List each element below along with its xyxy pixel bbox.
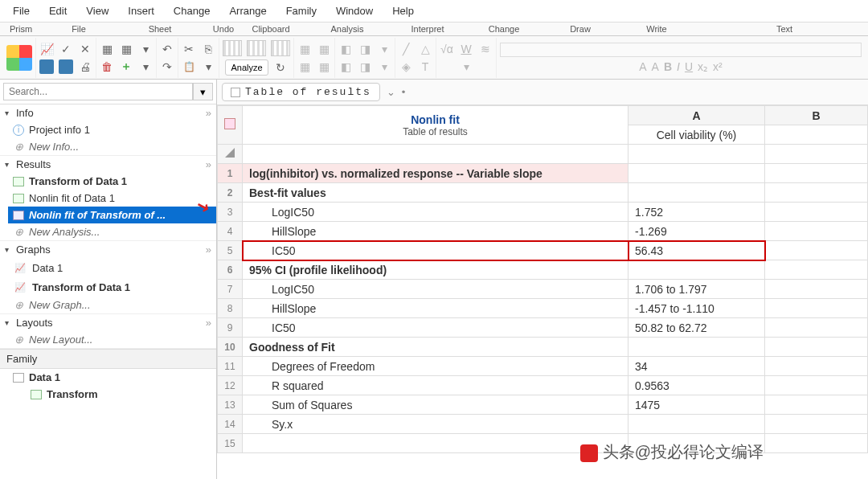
value-cell-a[interactable]: -1.269 — [628, 222, 765, 241]
superscript-button[interactable]: x² — [713, 60, 723, 73]
row-index[interactable]: 14 — [218, 415, 243, 434]
family-item-data1[interactable]: Data 1 — [8, 369, 216, 386]
change6-icon[interactable]: ▾ — [377, 59, 391, 74]
value-cell-a[interactable]: 1.752 — [628, 203, 765, 222]
subscript-button[interactable]: x₂ — [698, 60, 708, 73]
column-a-header[interactable]: A — [628, 106, 765, 125]
draw-pick-icon[interactable]: ◈ — [399, 59, 413, 74]
value-cell-a[interactable] — [628, 183, 765, 203]
value-cell-a[interactable]: 1.706 to 1.797 — [628, 280, 765, 299]
value-cell-b[interactable] — [765, 376, 868, 395]
row-index[interactable]: 13 — [218, 395, 243, 415]
section-graphs-header[interactable]: ▾ Graphs » — [0, 241, 216, 258]
row-index[interactable]: 9 — [218, 318, 243, 338]
row-index[interactable]: 12 — [218, 376, 243, 395]
draw-shape-icon[interactable]: △ — [418, 42, 432, 56]
value-cell-b[interactable] — [765, 280, 868, 299]
new-sheet2-icon[interactable]: ▦ — [119, 42, 133, 56]
delete-icon[interactable]: 🗑 — [100, 59, 114, 74]
sidebar-item-project-info[interactable]: iProject info 1 — [8, 121, 216, 138]
save-icon[interactable] — [39, 59, 54, 74]
value-cell-b[interactable] — [765, 318, 868, 338]
param-cell[interactable]: HillSlope — [243, 299, 628, 318]
table-corner-icon[interactable] — [218, 106, 243, 145]
param-cell[interactable]: Best-fit values — [243, 183, 628, 203]
analysis-refresh-icon[interactable]: ↻ — [273, 60, 288, 75]
results-grid[interactable]: Nonlin fit Table of results A B Cell via… — [217, 105, 868, 479]
value-cell-b[interactable] — [765, 434, 868, 453]
value-cell-a[interactable]: 0.9563 — [628, 376, 765, 395]
param-cell[interactable]: Sy.x — [243, 415, 628, 434]
section-results-header[interactable]: ▾ Results » — [0, 156, 216, 173]
row-index[interactable]: 15 — [218, 434, 243, 453]
value-cell-b[interactable] — [765, 164, 868, 183]
param-cell[interactable]: LogIC50 — [243, 203, 628, 222]
undo-icon[interactable] — [160, 42, 174, 56]
clipboard-more-icon[interactable]: ▾ — [201, 59, 215, 74]
new-sheet1-icon[interactable]: ▦ — [100, 42, 114, 56]
change1-icon[interactable]: ◧ — [338, 42, 353, 56]
section-more-icon[interactable]: » — [206, 244, 211, 256]
value-cell-b[interactable] — [765, 357, 868, 376]
value-cell-b[interactable] — [765, 203, 868, 222]
select-all-corner[interactable] — [218, 145, 243, 164]
row-index[interactable]: 4 — [218, 222, 243, 241]
change5-icon[interactable]: ◨ — [358, 59, 372, 74]
sidebar-item-nonlin-fit-transform[interactable]: Nonlin fit of Transform of ... ↘ — [8, 207, 216, 223]
value-cell-b[interactable] — [765, 222, 868, 241]
column-b-header[interactable]: B — [765, 106, 868, 125]
section-layouts-header[interactable]: ▾ Layouts » — [0, 314, 216, 331]
sqrt-icon[interactable]: √α — [440, 42, 454, 56]
sidebar-item-transform-data1[interactable]: Transform of Data 1 — [8, 173, 216, 190]
value-cell-b[interactable] — [765, 338, 868, 357]
param-cell[interactable]: R squared — [243, 376, 628, 395]
param-cell[interactable]: IC50 — [243, 318, 628, 338]
row-index[interactable]: 11 — [218, 357, 243, 376]
value-cell-a[interactable] — [628, 260, 765, 280]
row-index[interactable]: 1 — [218, 164, 243, 183]
cell[interactable] — [628, 145, 765, 164]
interpret4-icon[interactable]: ▦ — [317, 59, 331, 74]
copy-icon[interactable] — [201, 42, 215, 56]
chart-type2-icon[interactable] — [247, 40, 266, 56]
sidebar-item-nonlin-fit-data1[interactable]: Nonlin fit of Data 1 — [8, 190, 216, 207]
sheet-dropdown-icon[interactable]: ▾ — [138, 42, 153, 56]
font-selector[interactable] — [500, 43, 862, 57]
cut-icon[interactable] — [182, 42, 196, 56]
param-cell[interactable]: Degrees of Freedom — [243, 357, 628, 376]
value-cell-b[interactable] — [765, 395, 868, 415]
change3-icon[interactable]: ▾ — [377, 42, 391, 56]
open-plot-icon[interactable]: 📈 — [39, 42, 54, 56]
redo-icon[interactable] — [160, 59, 174, 74]
menu-view[interactable]: View — [76, 2, 118, 20]
value-cell-b[interactable] — [765, 299, 868, 318]
value-cell-b[interactable] — [765, 241, 868, 260]
chart-type3-icon[interactable] — [271, 40, 290, 56]
value-cell-a[interactable] — [628, 415, 765, 434]
sidebar-item-new-layout[interactable]: ⊕New Layout... — [8, 331, 216, 348]
param-cell[interactable]: log(inhibitor) vs. normalized response -… — [243, 164, 628, 183]
paste-icon[interactable] — [182, 59, 196, 74]
draw-text-icon[interactable]: T — [418, 59, 432, 74]
w-icon[interactable]: W — [459, 42, 473, 56]
value-cell-b[interactable] — [765, 415, 868, 434]
section-family-header[interactable]: Family — [0, 349, 216, 369]
menu-change[interactable]: Change — [164, 2, 220, 20]
menu-window[interactable]: Window — [326, 2, 383, 20]
row-index[interactable]: 8 — [218, 299, 243, 318]
section-info-header[interactable]: ▾ Info » — [0, 104, 216, 121]
param-cell[interactable]: IC50 — [243, 241, 628, 260]
menu-file[interactable]: File — [3, 2, 39, 20]
font-larger-icon[interactable]: A — [652, 60, 659, 73]
write3-icon[interactable]: ≋ — [478, 42, 493, 56]
interpret3-icon[interactable]: ▦ — [297, 59, 312, 74]
family-item-transform[interactable]: Transform — [8, 386, 216, 403]
param-cell[interactable]: 95% CI (profile likelihood) — [243, 260, 628, 280]
check-open-icon[interactable]: ✓ — [59, 42, 73, 56]
row-index[interactable]: 5 — [218, 241, 243, 260]
prism-logo-icon[interactable] — [6, 45, 32, 71]
param-cell[interactable]: Goodness of Fit — [243, 338, 628, 357]
sheet-more-icon[interactable]: ▾ — [138, 59, 153, 74]
bold-button[interactable]: B — [664, 60, 672, 73]
font-smaller-icon[interactable]: A — [639, 60, 646, 73]
